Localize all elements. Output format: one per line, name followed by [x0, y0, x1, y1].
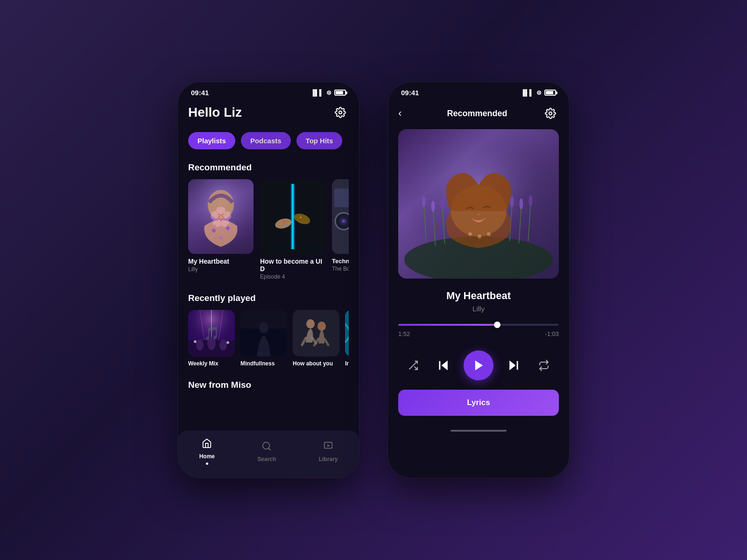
svg-point-32: [259, 322, 268, 333]
repeat-button[interactable]: [534, 355, 554, 376]
svg-point-63: [478, 235, 481, 238]
svg-line-42: [269, 448, 271, 450]
new-from-miso-section: New from Miso: [188, 380, 349, 390]
rec-card-1[interactable]: My Heartbeat Lilly: [188, 179, 254, 280]
svg-marker-69: [475, 361, 483, 371]
rec-card-title-2: How to become a UI D: [260, 258, 325, 273]
rec-card-title-3: Techni: [332, 258, 349, 265]
back-button[interactable]: ‹: [398, 107, 412, 119]
phone-player: 09:41 ▐▌▌ ⊜ ‹ Recommended: [388, 82, 570, 478]
svg-point-18: [342, 220, 345, 223]
svg-point-3: [212, 229, 216, 232]
recent-card-img-1: [188, 310, 235, 357]
player-header: ‹ Recommended: [388, 100, 569, 129]
recently-played-section: Recently played: [188, 293, 349, 367]
svg-marker-70: [510, 361, 515, 370]
recent-card-img-4: [345, 310, 349, 357]
svg-rect-40: [345, 310, 349, 357]
nav-library[interactable]: Library: [319, 441, 338, 462]
progress-bar[interactable]: [398, 324, 559, 326]
svg-point-11: [282, 220, 285, 223]
phone-home: 09:41 ▐▌▌ ⊜ Hello Liz Playlists Podcasts…: [177, 82, 359, 478]
recently-played-title: Recently played: [188, 293, 349, 303]
status-time: 09:41: [191, 89, 209, 97]
recent-card-4[interactable]: Intoxic: [345, 310, 349, 367]
player-controls: [388, 341, 569, 390]
svg-point-58: [510, 196, 514, 207]
search-icon: [261, 441, 272, 454]
new-from-miso-title: New from Miso: [188, 380, 349, 390]
rec-card-img-3: [332, 179, 349, 254]
svg-rect-33: [293, 310, 339, 357]
recent-card-title-4: Intoxic: [345, 360, 349, 367]
svg-point-59: [519, 198, 523, 210]
prev-button[interactable]: [433, 355, 454, 376]
svg-point-0: [339, 111, 342, 114]
player-settings-button[interactable]: [542, 105, 559, 122]
svg-point-57: [440, 198, 444, 210]
rec-card-2[interactable]: How to become a UI D Episode 4: [260, 179, 325, 280]
album-art: [398, 129, 559, 279]
home-indicator: [451, 430, 507, 432]
nav-search[interactable]: Search: [257, 441, 276, 462]
greeting-text: Hello Liz: [188, 105, 242, 120]
pill-playlists[interactable]: Playlists: [188, 132, 235, 149]
home-icon: [202, 438, 212, 451]
settings-button[interactable]: [332, 104, 349, 121]
nav-home[interactable]: Home: [199, 438, 215, 465]
svg-point-55: [422, 196, 426, 207]
svg-point-62: [468, 232, 472, 236]
library-icon: [323, 441, 333, 454]
recent-card-title-2: Mindfullness: [240, 360, 287, 367]
rec-card-title-1: My Heartbeat: [188, 258, 254, 265]
svg-point-5: [219, 236, 222, 239]
next-button[interactable]: [503, 355, 524, 376]
lyrics-button[interactable]: Lyrics: [398, 390, 559, 416]
rec-card-3[interactable]: Techni The Bols: [332, 179, 349, 280]
player-screen-title: Recommended: [447, 109, 507, 119]
status-bar-home: 09:41 ▐▌▌ ⊜: [178, 82, 359, 100]
bottom-nav: Home Search Library: [178, 431, 359, 478]
rec-card-sub-1: Lilly: [188, 266, 254, 273]
recent-card-title-3: How about you: [293, 360, 339, 367]
player-status-time: 09:41: [401, 89, 419, 97]
status-icons: ▐▌▌ ⊜: [310, 89, 346, 96]
current-time: 1:52: [398, 330, 410, 337]
pill-tophits[interactable]: Top Hits: [296, 132, 343, 149]
song-artist: Lilly: [398, 305, 559, 313]
recommended-section: Recommended: [188, 162, 349, 280]
pill-podcasts[interactable]: Podcasts: [241, 132, 291, 149]
svg-point-45: [549, 112, 552, 115]
svg-rect-15: [334, 189, 349, 207]
status-bar-player: 09:41 ▐▌▌ ⊜: [388, 82, 569, 100]
svg-point-25: [196, 339, 204, 350]
recent-card-img-2: [240, 310, 287, 357]
player-wifi-icon: ⊜: [536, 89, 542, 96]
home-header: Hello Liz: [188, 100, 349, 121]
recent-card-1[interactable]: Weekly Mix: [188, 310, 235, 367]
rec-card-sub-2: Episode 4: [260, 273, 325, 280]
recent-card-2[interactable]: Mindfullness: [240, 310, 287, 367]
progress-fill: [398, 324, 498, 326]
svg-point-13: [300, 217, 302, 218]
svg-point-26: [207, 337, 216, 350]
svg-point-27: [219, 339, 227, 350]
recent-card-3[interactable]: How about you: [293, 310, 339, 367]
category-pills: Playlists Podcasts Top Hits: [188, 132, 349, 149]
nav-home-label: Home: [199, 453, 215, 460]
recommended-title: Recommended: [188, 162, 349, 173]
shuffle-button[interactable]: [403, 355, 423, 376]
play-button[interactable]: [464, 350, 493, 380]
wifi-icon: ⊜: [326, 89, 331, 96]
player-status-icons: ▐▌▌ ⊜: [521, 89, 556, 96]
song-title: My Heartbeat: [398, 290, 559, 302]
progress-times: 1:52 -1:03: [398, 330, 559, 337]
rec-card-img-1: [188, 179, 254, 254]
home-content: Hello Liz Playlists Podcasts Top Hits Re…: [178, 100, 359, 397]
player-battery-icon: [544, 90, 556, 96]
player-signal-icon: ▐▌▌: [521, 89, 534, 96]
svg-point-4: [226, 226, 230, 230]
recent-card-title-1: Weekly Mix: [188, 360, 235, 367]
svg-point-64: [487, 232, 491, 236]
svg-point-34: [306, 319, 315, 329]
